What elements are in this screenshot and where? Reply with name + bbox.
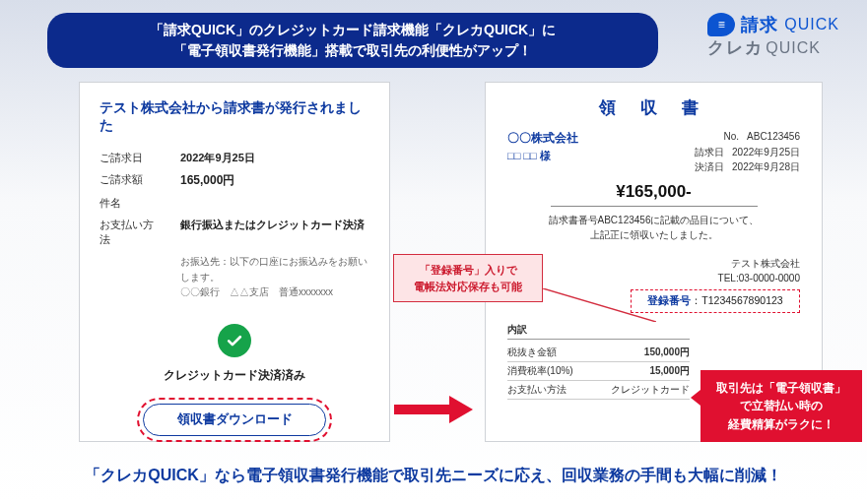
arrow-icon <box>394 396 473 423</box>
pay-method-label: お支払い方法 <box>100 218 163 247</box>
bd-subtotal-label: 税抜き金額 <box>507 346 557 359</box>
logo-quick1: QUICK <box>784 16 839 33</box>
receipt-no-value: ABC123456 <box>747 129 800 145</box>
callout-connector-line <box>543 288 656 322</box>
breakdown-row: 消費税率(10%) 15,000円 <box>507 362 690 381</box>
bill-amount-label: ご請求額 <box>100 172 163 189</box>
callout-benefit: 取引先は「電子領収書」 で立替払い時の 経費精算がラクに！ <box>700 370 862 442</box>
logo-seikyu: 請求 <box>741 13 778 36</box>
bd-tax-value: 15,000円 <box>649 364 690 378</box>
logo-quick2: QUICK <box>766 39 821 57</box>
bill-date-label: ご請求日 <box>100 151 163 165</box>
receipt-memo1: 請求書番号ABC123456に記載の品目について、 <box>507 213 800 227</box>
invoice-title: テスト株式会社から請求書が発行されました <box>100 99 369 135</box>
breakdown-head: 内訳 <box>507 323 690 340</box>
reg-no-value: ：T1234567890123 <box>691 294 782 306</box>
bottom-tagline: 「クレカQUICK」なら電子領収書発行機能で取引先ニーズに応え、回収業務の手間も… <box>0 466 867 486</box>
receipt-amount: ¥165,000- <box>551 182 758 207</box>
bill-date-value: 2022年9月25日 <box>180 151 255 165</box>
breakdown-row: お支払い方法 クレジットカード <box>507 381 690 400</box>
receipt-paydate-label: 決済日 <box>695 159 724 175</box>
issuer-tel: TEL:03-0000-0000 <box>507 271 800 285</box>
download-receipt-button[interactable]: 領収書ダウンロード <box>143 404 326 436</box>
invoice-panel: テスト株式会社から請求書が発行されました ご請求日 2022年9月25日 ご請求… <box>79 82 390 442</box>
bank-note1: お振込先：以下の口座にお振込みをお願いします。 <box>180 254 369 284</box>
receipt-paydate-value: 2022年9月28日 <box>732 159 800 175</box>
receipt-title: 領 収 書 <box>507 96 800 119</box>
breakdown-row: 税抜き金額 150,000円 <box>507 344 690 362</box>
bd-subtotal-value: 150,000円 <box>644 346 690 359</box>
addressee-company: 〇〇株式会社 <box>507 129 578 148</box>
receipt-memo2: 上記正に領収いたしました。 <box>507 227 800 242</box>
checkmark-icon <box>218 324 251 357</box>
bd-method-value: クレジットカード <box>611 383 690 397</box>
headline-banner: 「請求QUICK」のクレジットカード請求機能「クレカQUICK」に 「電子領収書… <box>47 13 658 68</box>
headline-line2: 「電子領収書発行機能」搭載で取引先の利便性がアップ！ <box>71 40 634 61</box>
bd-method-label: お支払い方法 <box>507 383 567 397</box>
issuer-company: テスト株式会社 <box>507 256 800 271</box>
breakdown-table: 内訳 税抜き金額 150,000円 消費税率(10%) 15,000円 お支払い… <box>507 323 690 400</box>
callout-registration-number: 「登録番号」入りで 電帳法対応保存も可能 <box>393 254 543 302</box>
pay-method-value: 銀行振込またはクレジットカード決済 <box>180 218 365 247</box>
bd-tax-label: 消費税率(10%) <box>507 364 573 378</box>
bank-note2: 〇〇銀行 △△支店 普通xxxxxxx <box>180 284 369 300</box>
receipt-no-label: No. <box>724 129 740 145</box>
addressee-person: □□ □□ 様 <box>507 148 578 164</box>
logo-kureka: クレカ <box>707 36 764 59</box>
download-button-highlight: 領収書ダウンロード <box>137 398 332 442</box>
receipt-billdate-value: 2022年9月25日 <box>732 145 800 160</box>
headline-line1: 「請求QUICK」のクレジットカード請求機能「クレカQUICK」に <box>71 20 634 40</box>
svg-line-0 <box>543 288 656 322</box>
bill-amount-value: 165,000円 <box>180 172 234 189</box>
product-logo: 請求QUICK クレカQUICK <box>707 13 839 59</box>
subject-label: 件名 <box>100 196 369 211</box>
receipt-billdate-label: 請求日 <box>695 145 724 160</box>
logo-bubble-icon <box>707 13 735 36</box>
paid-status-label: クレジットカード決済済み <box>100 367 369 384</box>
